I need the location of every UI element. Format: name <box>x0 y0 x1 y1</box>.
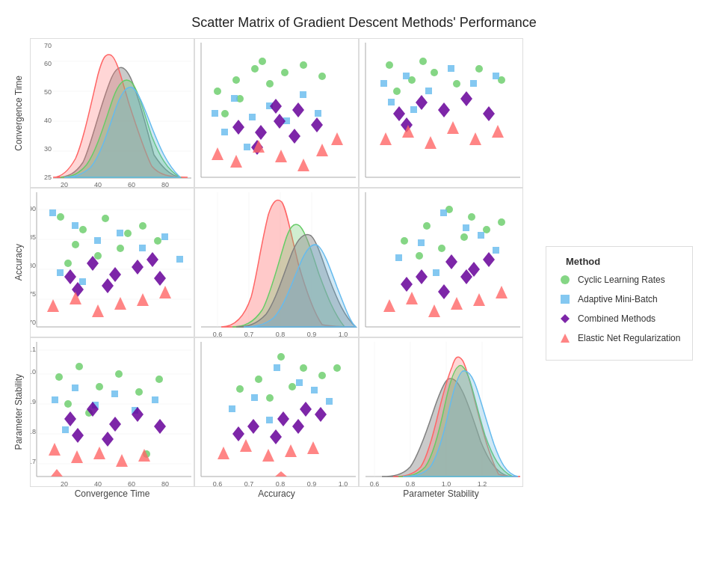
cell-2-1: 0.6 0.7 0.8 0.9 1.0 <box>194 337 359 487</box>
svg-marker-235 <box>300 402 312 417</box>
svg-text:80: 80 <box>161 181 169 188</box>
svg-point-219 <box>277 353 285 361</box>
cell-1-2 <box>359 188 523 337</box>
svg-marker-70 <box>393 106 405 121</box>
svg-marker-239 <box>292 419 304 434</box>
kde-convergence-time: 25 30 40 50 60 70 20 40 <box>31 39 194 188</box>
svg-text:1.0: 1.0 <box>442 480 451 487</box>
legend-box: Method Cyclic Learning Rates Adaptive Mi… <box>546 246 693 361</box>
svg-marker-240 <box>270 429 282 444</box>
svg-text:1.2: 1.2 <box>478 480 487 487</box>
svg-rect-65 <box>448 65 454 72</box>
svg-rect-257 <box>561 295 570 304</box>
svg-rect-193 <box>72 384 78 391</box>
svg-text:0.9: 0.9 <box>307 331 317 337</box>
cell-2-0: 1.1 1.0 0.9 0.8 0.7 20 40 60 <box>30 337 194 487</box>
svg-rect-148 <box>463 224 469 231</box>
svg-text:0.80: 0.80 <box>31 262 36 269</box>
svg-marker-74 <box>483 106 495 121</box>
adaptive-icon <box>558 292 572 306</box>
cell-0-2 <box>359 38 523 188</box>
grid-and-x-labels: 25 30 40 50 60 70 20 40 <box>30 38 523 569</box>
svg-point-222 <box>318 372 326 379</box>
svg-marker-238 <box>232 426 244 441</box>
svg-point-20 <box>251 65 259 73</box>
svg-marker-161 <box>383 299 395 312</box>
cell-2-2: 0.6 0.8 1.0 1.2 <box>359 337 523 487</box>
svg-point-183 <box>55 373 63 381</box>
svg-marker-207 <box>71 450 83 463</box>
svg-rect-104 <box>72 222 78 229</box>
svg-rect-229 <box>251 394 258 401</box>
svg-rect-111 <box>176 256 183 263</box>
legend-item-elastic: Elastic Net Regularization <box>558 331 680 345</box>
x-axis-labels: Convergence Time Accuracy Parameter Stab… <box>30 487 523 499</box>
svg-point-93 <box>57 213 64 221</box>
svg-marker-206 <box>49 443 61 456</box>
svg-text:60: 60 <box>44 60 52 67</box>
svg-marker-124 <box>137 293 149 306</box>
svg-marker-259 <box>561 334 570 343</box>
legend-label-elastic: Elastic Net Regularization <box>578 333 680 343</box>
svg-marker-237 <box>315 407 327 422</box>
svg-marker-81 <box>492 125 504 138</box>
svg-text:60: 60 <box>128 181 135 188</box>
svg-rect-149 <box>418 239 425 246</box>
svg-marker-245 <box>307 441 319 454</box>
kde-accuracy: 0.6 0.7 0.8 0.9 1.0 <box>195 189 359 337</box>
elastic-icon <box>558 331 572 345</box>
svg-text:1.0: 1.0 <box>339 331 348 337</box>
svg-rect-150 <box>478 232 484 239</box>
svg-marker-116 <box>154 271 166 286</box>
svg-marker-166 <box>496 286 508 298</box>
svg-text:0.70: 0.70 <box>31 319 36 326</box>
svg-text:0.8: 0.8 <box>276 331 286 337</box>
svg-point-223 <box>236 385 244 393</box>
svg-text:1.1: 1.1 <box>31 346 36 353</box>
svg-rect-152 <box>493 247 499 254</box>
svg-marker-122 <box>92 304 104 317</box>
svg-marker-78 <box>425 136 437 149</box>
svg-text:40: 40 <box>94 480 102 487</box>
scatter-acc-ps <box>360 189 523 337</box>
svg-rect-231 <box>229 405 235 412</box>
svg-marker-79 <box>447 121 459 134</box>
svg-text:0.7: 0.7 <box>244 331 254 337</box>
svg-marker-118 <box>102 278 114 293</box>
svg-text:1.0: 1.0 <box>339 480 348 487</box>
legend-item-adaptive: Adaptive Mini-Batch <box>558 292 680 306</box>
svg-text:40: 40 <box>94 181 102 188</box>
svg-marker-154 <box>445 254 457 269</box>
svg-rect-197 <box>152 396 158 403</box>
scatter-ps-ct: 1.1 1.0 0.9 0.8 0.7 20 40 60 <box>31 338 194 487</box>
kde-param-stability: 0.6 0.8 1.0 1.2 <box>360 338 523 487</box>
svg-point-146 <box>416 252 423 260</box>
svg-point-185 <box>96 383 103 390</box>
svg-marker-160 <box>438 284 450 299</box>
y-axis-area: Convergence Time Accuracy Parameter Stab… <box>7 38 30 487</box>
x-label-2: Parameter Stability <box>359 487 523 499</box>
svg-marker-119 <box>146 252 158 267</box>
svg-point-27 <box>221 110 229 117</box>
svg-marker-45 <box>212 147 223 160</box>
svg-point-102 <box>117 245 124 252</box>
svg-point-98 <box>94 252 102 260</box>
svg-marker-242 <box>240 439 252 452</box>
svg-marker-41 <box>311 117 323 132</box>
svg-rect-106 <box>117 230 123 236</box>
svg-marker-258 <box>561 314 570 323</box>
svg-rect-153 <box>433 269 439 276</box>
cell-0-1 <box>194 38 359 188</box>
svg-point-58 <box>475 65 483 73</box>
svg-point-101 <box>64 260 72 267</box>
svg-marker-50 <box>316 144 328 156</box>
svg-point-26 <box>259 58 266 65</box>
cyclic-icon <box>558 273 572 287</box>
svg-marker-46 <box>230 155 242 168</box>
svg-text:0.7: 0.7 <box>244 480 254 487</box>
svg-rect-29 <box>231 95 238 102</box>
svg-point-139 <box>468 213 475 221</box>
svg-text:20: 20 <box>61 480 68 487</box>
cell-1-1: 0.6 0.7 0.8 0.9 1.0 <box>194 188 359 337</box>
svg-point-18 <box>214 88 221 95</box>
